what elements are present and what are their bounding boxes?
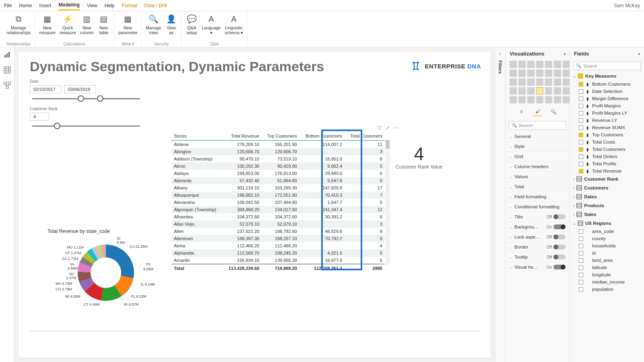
date-range-track[interactable]: [32, 98, 140, 99]
fields-tab-icon[interactable]: ≡: [517, 107, 526, 116]
focus-icon[interactable]: ⤢: [386, 125, 390, 131]
field-checkbox[interactable]: [579, 118, 583, 123]
viz-type-20[interactable]: [563, 78, 570, 86]
field-total-profits[interactable]: ▮Total Profits: [570, 160, 644, 167]
field-top-customers[interactable]: ▮Top Customers: [570, 131, 644, 138]
viz-type-3[interactable]: [536, 61, 543, 68]
field-bottom-customers[interactable]: ▮Bottom Customers: [570, 80, 644, 88]
filter-icon[interactable]: ▽: [378, 125, 382, 131]
col-header[interactable]: Total Customers: [345, 132, 385, 140]
viz-type-8[interactable]: [518, 70, 526, 77]
format-tab-icon[interactable]: 🖌: [533, 107, 542, 116]
collapse-viz-icon[interactable]: ›: [564, 51, 566, 57]
collapse-fields-icon[interactable]: ›: [638, 51, 640, 57]
toggle-switch[interactable]: [553, 255, 566, 259]
menu-tab-file[interactable]: File: [4, 1, 12, 10]
field-households[interactable]: households: [570, 242, 644, 249]
field-county[interactable]: county: [570, 235, 644, 242]
field-id[interactable]: id: [570, 249, 644, 257]
viz-type-22[interactable]: [518, 87, 526, 95]
model-view-icon[interactable]: [3, 81, 11, 89]
viz-type-11[interactable]: [545, 70, 552, 77]
viz-type-1[interactable]: [518, 61, 526, 68]
table-row[interactable]: Alameda57,432.4051,884.805,547.65: [171, 177, 385, 184]
ribbon-linguistic[interactable]: ALinguisticschema ▾: [225, 13, 243, 35]
field-checkbox[interactable]: [579, 258, 583, 263]
ribbon-new[interactable]: ▤Newtable: [98, 13, 110, 35]
toggle-switch[interactable]: [553, 234, 566, 239]
ribbon-new[interactable]: ▦Newmeasure: [39, 13, 56, 35]
table-row[interactable]: Abington120,606.70120,606.703: [171, 148, 385, 155]
field-checkbox[interactable]: [579, 162, 583, 166]
menu-tab-home[interactable]: Home: [19, 1, 32, 10]
date-slicer[interactable]: Date 02/10/2017 03/06/2018: [30, 79, 142, 99]
ribbon-new[interactable]: ▦Newparameter: [118, 13, 138, 35]
ribbon-manage[interactable]: 🔍Manageroles: [146, 13, 161, 35]
rank-range-track[interactable]: [32, 125, 140, 127]
ribbon-quick[interactable]: ⚡Quickmeasure: [60, 13, 76, 35]
table-row[interactable]: Akron100,292.3090,429.909,862.45: [171, 162, 385, 170]
table-row[interactable]: Alhambra104,372.60104,372.6030,391.26: [171, 213, 385, 220]
field-group-customers[interactable]: ›Customers: [570, 183, 644, 192]
field-total-customers[interactable]: ▮Total Customers: [570, 146, 644, 153]
table-visual[interactable]: ▽ ⤢ ⋯ StoresTotal RevenueTop CustomersBo…: [171, 132, 385, 272]
field-checkbox[interactable]: [579, 287, 583, 292]
format-grid[interactable]: ⌵Grid: [506, 151, 570, 161]
ribbon-language[interactable]: ALanguage▾: [202, 13, 221, 35]
viz-type-29[interactable]: [518, 96, 526, 103]
report-canvas[interactable]: Dynamic Segmentation, Dynamic Parameters…: [19, 51, 491, 358]
field-checkbox[interactable]: [579, 265, 583, 270]
viz-type-33[interactable]: [554, 96, 561, 103]
table-row[interactable]: Allentown188,397.30168,257.1070,792.28: [171, 235, 385, 242]
table-row[interactable]: Amarillo156,934.10139,956.3016,977.86: [171, 257, 385, 264]
field-checkbox[interactable]: [579, 140, 583, 144]
col-header[interactable]: Bottom Customers: [299, 132, 345, 140]
viz-type-15[interactable]: [518, 78, 526, 86]
format-field-formatting[interactable]: ⌵Field formatting: [506, 191, 570, 202]
field-profit-margins[interactable]: ▮Profit Margins: [570, 102, 644, 109]
table-row[interactable]: Allen237,622.20188,792.6048,829.68: [171, 228, 385, 235]
date-range-handle-from[interactable]: [78, 95, 84, 102]
expand-filters-icon[interactable]: ‹: [500, 51, 501, 56]
field-checkbox[interactable]: [579, 237, 583, 241]
field-checkbox[interactable]: [579, 273, 583, 277]
field-group-products[interactable]: ›Products: [570, 201, 644, 210]
customer-rank-slicer[interactable]: Customer Rank 4: [30, 107, 142, 127]
fields-search[interactable]: 🔍 Search: [573, 62, 641, 70]
viz-type-9[interactable]: [527, 70, 535, 77]
field-checkbox[interactable]: [579, 244, 583, 248]
viz-type-4[interactable]: [545, 61, 552, 68]
format-total[interactable]: ⌵Total: [506, 181, 570, 191]
viz-type-7[interactable]: [510, 70, 517, 77]
viz-type-23[interactable]: [527, 87, 535, 95]
table-row[interactable]: Aliso Viejo52,079.1052,079.103: [171, 220, 385, 228]
viz-type-5[interactable]: [554, 61, 561, 68]
analytics-tab-icon[interactable]: 🔍: [549, 107, 558, 116]
report-view-icon[interactable]: [3, 51, 11, 59]
rank-input[interactable]: 4: [30, 113, 49, 121]
table-row[interactable]: Alpharetta112,566.70108,245.204,321.55: [171, 249, 385, 257]
table-row[interactable]: Alexandria109,042.50107,494.801,547.75: [171, 199, 385, 206]
viz-type-17[interactable]: [536, 78, 543, 86]
toggle-switch[interactable]: [553, 214, 566, 219]
viz-type-18[interactable]: [545, 78, 552, 86]
table-scrollbar-thumb[interactable]: [386, 140, 390, 149]
viz-type-13[interactable]: [563, 70, 570, 77]
menu-tab-modeling[interactable]: Modeling: [58, 0, 80, 10]
viz-type-34[interactable]: [563, 96, 570, 103]
stores-table[interactable]: StoresTotal RevenueTop CustomersBottom C…: [171, 132, 385, 272]
rank-range-handle[interactable]: [54, 123, 60, 129]
field-checkbox[interactable]: [579, 104, 583, 108]
field-group-us-regions[interactable]: ⌵US Regions: [570, 219, 644, 228]
field-total-orders[interactable]: ▮Total Orders: [570, 153, 644, 160]
field-checkbox[interactable]: [579, 154, 583, 159]
field-total-costs[interactable]: ▮Total Costs: [570, 138, 644, 146]
field-checkbox[interactable]: [579, 111, 583, 115]
data-view-icon[interactable]: [3, 66, 11, 74]
field-land_area[interactable]: land_area: [570, 257, 644, 264]
date-to-input[interactable]: 03/06/2018: [64, 85, 96, 93]
field-area_code[interactable]: area_code: [570, 228, 644, 235]
format-border[interactable]: ⌵BorderOff: [506, 242, 570, 252]
ribbon-view[interactable]: 👤Viewas: [165, 13, 177, 35]
field-group-customer-rank[interactable]: ›Customer Rank: [570, 175, 644, 183]
